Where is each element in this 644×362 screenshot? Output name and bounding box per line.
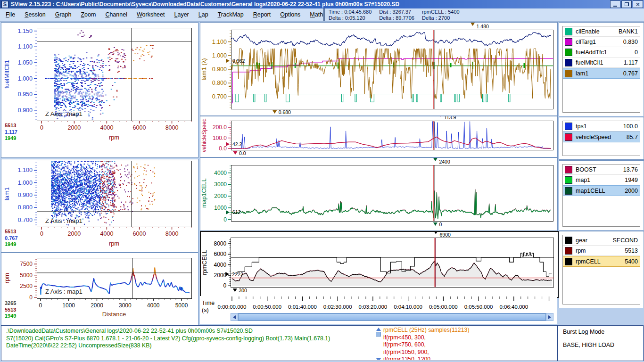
- time-tick-label: 0:00:50.000: [253, 304, 281, 310]
- channel-row-lam1[interactable]: lam10.767: [563, 68, 640, 79]
- menu-worksheet[interactable]: Worksheet: [132, 8, 170, 21]
- menu-graph[interactable]: Graph: [50, 8, 76, 21]
- channel-color-swatch: [565, 187, 572, 195]
- channel-row-cllEnable[interactable]: cllEnableBANK1: [563, 26, 640, 37]
- channel-color-swatch: [565, 176, 572, 184]
- channel-name: rpm: [576, 247, 625, 254]
- svg-text:7500: 7500: [20, 261, 33, 267]
- svg-text:612: 612: [232, 209, 241, 215]
- restore-button[interactable]: [621, 0, 632, 8]
- channel-panel-fuel: cllEnableBANK1cllTarg10.830fuelAddTfc10f…: [559, 22, 644, 116]
- timeseries-map1cell[interactable]: 01000200030004000map1CELL24000612: [200, 157, 558, 231]
- info-col-1: Dist : 3267.37Delta : 89.7706: [379, 8, 414, 21]
- channel-value: SECOND: [613, 237, 638, 244]
- svg-text:rpm: rpm: [109, 134, 119, 141]
- svg-text:fuelMltCll1: fuelMltCll1: [3, 60, 10, 89]
- channel-row-map1CELL[interactable]: map1CELL2000: [563, 185, 640, 196]
- menu-zoom[interactable]: Zoom: [76, 8, 100, 21]
- channel-list[interactable]: cllEnableBANK1cllTarg10.830fuelAddTfc10f…: [562, 26, 640, 113]
- svg-text:2000: 2000: [68, 230, 81, 237]
- svg-text:3000: 3000: [214, 181, 227, 188]
- timeseries-lam1[interactable]: 0.7000.8000.9001.0001.100lam1 (λ)1.4800.…: [200, 22, 558, 116]
- svg-text:4000: 4000: [214, 170, 227, 176]
- formula-scroll-thumb[interactable]: [376, 332, 381, 337]
- horizontal-scrollbar[interactable]: [231, 313, 553, 321]
- channel-list[interactable]: BOOST13.76map11949map1CELL2000: [562, 164, 640, 227]
- scroll-left-button[interactable]: [231, 313, 238, 321]
- formula-scrollbar[interactable]: [376, 328, 381, 359]
- channel-row-map1[interactable]: map11949: [563, 175, 640, 185]
- scatter-lam1-vs-rpm[interactable]: 0.7000.8000.9001.0001.100020004000600080…: [1, 159, 198, 253]
- svg-text:113.9: 113.9: [444, 116, 456, 120]
- channel-value: 1949: [625, 177, 638, 183]
- scrollbar-thumb[interactable]: [238, 313, 546, 321]
- close-button[interactable]: ✕: [633, 0, 643, 8]
- time-tick-label: 0:05:50.000: [464, 304, 493, 310]
- svg-text:vehicleSpeed: vehicleSpeed: [201, 118, 207, 152]
- channel-row-rpmCELL[interactable]: rpmCELL5400: [563, 256, 640, 267]
- channel-name: map1: [576, 177, 625, 183]
- plot-rpm-vs-distance[interactable]: 0250050007500010002000300040005000rpmDis…: [1, 253, 198, 325]
- menu-layer[interactable]: Layer: [169, 8, 193, 21]
- minimize-button[interactable]: [610, 0, 620, 8]
- menu-lap[interactable]: Lap: [194, 8, 213, 21]
- svg-text:1.000: 1.000: [18, 180, 33, 186]
- channel-value: BANK1: [619, 28, 638, 35]
- formula-scroll-up-icon[interactable]: [376, 328, 381, 331]
- scatter-fuelmltcll1-vs-rpm[interactable]: 0.9000.9501.0001.0501.1001.1500200040006…: [1, 22, 198, 158]
- svg-text:0.700: 0.700: [18, 217, 33, 223]
- log-file-info: .\DownloadedData\Customers\General logs\…: [6, 328, 330, 350]
- channel-row-vehicleSpeed[interactable]: vehicleSpeed85.7: [563, 132, 640, 142]
- channel-row-cllTarg1[interactable]: cllTarg10.830: [563, 37, 640, 47]
- svg-text:0: 0: [439, 222, 442, 227]
- title-bar[interactable]: S SView 2.15.223 : C:\Users\Public\Docum…: [0, 0, 644, 8]
- svg-text:map1CELL: map1CELL: [201, 178, 207, 208]
- menu-session[interactable]: Session: [20, 8, 50, 21]
- menu-options[interactable]: Options: [275, 8, 305, 21]
- timeseries-rpmcell-selected[interactable]: 02000400060008000rpmCELL69003002222: [200, 231, 559, 298]
- svg-text:2000: 2000: [68, 124, 81, 131]
- scroll-left-icon: [233, 315, 236, 319]
- log-mode-value: BASE, HIGH LOAD: [563, 342, 614, 348]
- channel-row-gear[interactable]: gearSECOND: [563, 235, 640, 246]
- svg-text:0.950: 0.950: [18, 91, 33, 98]
- scroll-right-button[interactable]: [546, 313, 553, 321]
- svg-text:1.100: 1.100: [18, 167, 33, 173]
- channel-row-BOOST[interactable]: BOOST13.76: [563, 165, 640, 175]
- svg-text:100.0: 100.0: [213, 135, 227, 141]
- svg-text:Z Axis : map1: Z Axis : map1: [45, 217, 83, 224]
- menu-trackmap[interactable]: TrackMap: [213, 8, 248, 21]
- menu-channel[interactable]: Channel: [100, 8, 132, 21]
- svg-text:2400: 2400: [439, 159, 450, 165]
- formula-scroll-down-icon[interactable]: [376, 358, 381, 360]
- log-info-box: .\DownloadedData\Customers\General logs\…: [1, 325, 558, 361]
- svg-text:3000: 3000: [119, 302, 132, 309]
- channel-formula-box: rpmCELL (25Hz) samples(11213)if(rpm<450,…: [376, 327, 555, 360]
- svg-text:rpm: rpm: [109, 240, 119, 247]
- channel-row-fuelMltCll1[interactable]: fuelMltCll11.117: [563, 58, 640, 68]
- menu-report[interactable]: Report: [248, 8, 276, 21]
- app-logo-icon: S: [1, 1, 8, 8]
- svg-text:0.900: 0.900: [212, 66, 227, 73]
- channel-value: 13.76: [623, 166, 638, 173]
- channel-name: tps1: [576, 123, 623, 130]
- svg-text:2000: 2000: [91, 302, 103, 309]
- channel-name: fuelMltCll1: [576, 59, 624, 66]
- svg-text:0: 0: [223, 216, 227, 223]
- channel-value: 2000: [625, 188, 638, 194]
- svg-text:2222: 2222: [232, 272, 243, 277]
- menu-file[interactable]: File: [1, 8, 20, 21]
- svg-text:0.900: 0.900: [18, 192, 33, 198]
- channel-color-swatch: [565, 133, 572, 141]
- channel-row-rpm[interactable]: rpm5513: [563, 246, 640, 256]
- svg-text:8000: 8000: [165, 124, 179, 131]
- channel-name: cllEnable: [576, 28, 619, 35]
- channel-row-fuelAddTfc1[interactable]: fuelAddTfc10: [563, 47, 640, 58]
- channel-list[interactable]: gearSECONDrpm5513rpmCELL5400: [562, 235, 640, 304]
- channel-color-swatch: [565, 49, 572, 56]
- svg-text:Distance: Distance: [102, 311, 126, 318]
- channel-row-tps1[interactable]: tps1100.0: [563, 121, 640, 132]
- svg-text:0: 0: [29, 294, 33, 301]
- channel-list[interactable]: tps1100.0vehicleSpeed85.7: [562, 121, 640, 156]
- timeseries-vehiclespeed[interactable]: 0.0100.0200.0vehicleSpeed113.90.042.2: [200, 116, 558, 157]
